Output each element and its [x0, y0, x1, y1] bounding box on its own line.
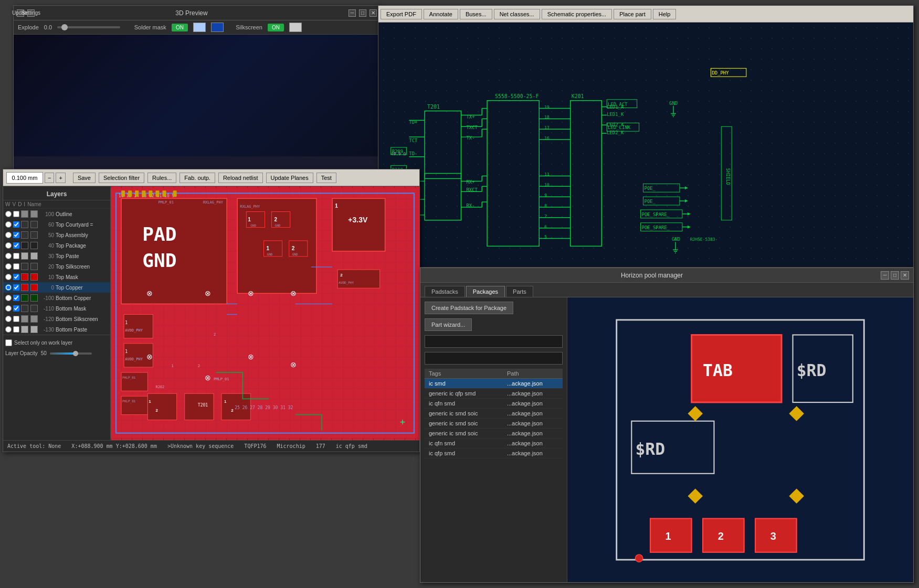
- layer-outline-color2: [30, 210, 38, 218]
- layer-courtyard-radio[interactable]: [5, 221, 12, 228]
- work-layer-check[interactable]: [5, 339, 12, 346]
- rules-button[interactable]: Rules...: [147, 173, 176, 183]
- layer-assembly-radio[interactable]: [5, 232, 12, 238]
- part-wizard-button[interactable]: Part wizard...: [425, 318, 472, 331]
- schematic-properties-button[interactable]: Schematic properties...: [542, 9, 612, 19]
- minimize-3d[interactable]: ─: [348, 9, 356, 17]
- horizon-tabs: Padstacks Packages Parts: [420, 283, 913, 297]
- layer-bot-copper-radio[interactable]: [5, 295, 12, 301]
- layer-top-copper[interactable]: 0 Top Copper: [3, 282, 110, 293]
- minus-button[interactable]: −: [45, 173, 54, 183]
- layer-top-silkscreen[interactable]: 20 Top Silkscreen: [3, 261, 110, 272]
- layer-package-check[interactable]: [13, 242, 19, 249]
- opacity-thumb[interactable]: [73, 351, 78, 356]
- layers-footer: Select only on work layer Layer Opacity …: [3, 335, 110, 360]
- svg-text:GND: GND: [292, 252, 298, 256]
- table-row[interactable]: ic smd ...ackage.json: [425, 379, 563, 389]
- layer-package-radio[interactable]: [5, 242, 12, 249]
- tab-parts[interactable]: Parts: [506, 286, 533, 297]
- save-button[interactable]: Save: [73, 173, 96, 183]
- layer-bot-mask-radio[interactable]: [5, 305, 12, 312]
- pcb-canvas[interactable]: PAD GND 16 15 14 13 12 11 10 9 1 AVDD_PH…: [111, 186, 419, 440]
- layer-bot-silk-color2: [30, 315, 38, 323]
- explode-thumb[interactable]: [61, 24, 68, 30]
- table-row[interactable]: generic ic qfp smd ...ackage.json: [425, 389, 563, 399]
- table-row[interactable]: generic ic smd soic ...ackage.json: [425, 419, 563, 429]
- layer-bot-silk-radio[interactable]: [5, 316, 12, 322]
- layer-copper-check[interactable]: [13, 284, 19, 291]
- layer-bot-mask-check[interactable]: [13, 305, 19, 312]
- layer-paste-radio[interactable]: [5, 253, 12, 259]
- layer-bot-copper-color2: [30, 294, 38, 302]
- test-button[interactable]: Test: [316, 173, 336, 183]
- table-row[interactable]: ic qfp smd ...ackage.json: [425, 448, 563, 458]
- layer-bottom-mask[interactable]: -110 Bottom Mask: [3, 303, 110, 314]
- close-horizon[interactable]: ✕: [901, 271, 909, 280]
- place-part-button[interactable]: Place part: [614, 9, 651, 19]
- reload-netlist-button[interactable]: Reload netlist: [218, 173, 263, 183]
- explode-slider[interactable]: [57, 26, 120, 28]
- layer-bot-mask-color: [21, 305, 28, 312]
- layer-top-courtyard[interactable]: 60 Top Courtyard =: [3, 219, 110, 230]
- help-button[interactable]: Help: [653, 9, 677, 19]
- selection-filter-button[interactable]: Selection filter: [99, 173, 144, 183]
- layer-mask-check[interactable]: [13, 274, 19, 280]
- layer-silkscreen-radio[interactable]: [5, 263, 12, 270]
- solder-mask-color[interactable]: [193, 23, 206, 32]
- layer-copper-radio[interactable]: [5, 284, 12, 291]
- create-padstack-button[interactable]: Create Padstack for Package: [425, 302, 513, 314]
- tab-packages[interactable]: Packages: [466, 286, 505, 297]
- maximize-3d[interactable]: □: [359, 9, 366, 17]
- table-row[interactable]: generic ic smd soic ...ackage.json: [425, 409, 563, 419]
- silkscreen-toggle[interactable]: ON: [268, 24, 284, 31]
- horizon-search-input[interactable]: [425, 335, 563, 348]
- fab-outp-button[interactable]: Fab. outp.: [179, 173, 215, 183]
- measure-input[interactable]: [6, 172, 43, 184]
- export-pdf-button[interactable]: Export PDF: [381, 9, 422, 19]
- maximize-horizon[interactable]: □: [891, 271, 899, 280]
- table-row[interactable]: ic qfn smd ...ackage.json: [425, 439, 563, 448]
- cell-tags: generic ic smd soic: [425, 429, 503, 439]
- layer-bottom-silkscreen[interactable]: -120 Bottom Silkscreen: [3, 314, 110, 324]
- svg-marker-145: [688, 226, 691, 229]
- layer-bottom-copper[interactable]: -100 Bottom Copper: [3, 293, 110, 303]
- tab-padstacks[interactable]: Padstacks: [425, 286, 465, 297]
- schematic-canvas[interactable]: T201 TX+ TXCT TX- TD+ TCT TD- RD+ RCT RD…: [378, 23, 913, 267]
- plus-button[interactable]: +: [56, 173, 65, 183]
- svg-text:R202: R202: [155, 384, 164, 389]
- layer-bot-paste-radio[interactable]: [5, 326, 12, 333]
- settings-button[interactable]: Settings: [27, 9, 35, 17]
- layer-bottom-paste[interactable]: -130 Bottom Paste: [3, 324, 110, 335]
- table-row[interactable]: ic qfn smd ...ackage.json: [425, 399, 563, 409]
- layer-courtyard-check[interactable]: [13, 221, 19, 228]
- annotate-button[interactable]: Annotate: [424, 9, 458, 19]
- layer-assembly-check[interactable]: [13, 232, 19, 238]
- layer-outline-check[interactable]: [13, 211, 19, 217]
- layer-paste-check[interactable]: [13, 253, 19, 259]
- layer-mask-radio[interactable]: [5, 274, 12, 280]
- layer-top-assembly[interactable]: 50 Top Assembly: [3, 230, 110, 240]
- net-classes-button[interactable]: Net classes...: [494, 9, 540, 19]
- buses-button[interactable]: Buses...: [460, 9, 492, 19]
- layer-assembly-color: [21, 231, 28, 239]
- layer-outline[interactable]: 100 Outline: [3, 209, 110, 219]
- update-planes-button[interactable]: Update Planes: [266, 173, 313, 183]
- layer-top-mask[interactable]: 10 Top Mask: [3, 272, 110, 282]
- silkscreen-color[interactable]: [289, 23, 302, 32]
- opacity-slider[interactable]: [50, 352, 92, 355]
- close-3d[interactable]: ✕: [369, 9, 377, 17]
- solder-mask-color2[interactable]: [211, 23, 224, 32]
- layer-bot-paste-check[interactable]: [13, 326, 19, 333]
- solder-mask-toggle[interactable]: ON: [172, 24, 188, 31]
- layer-bot-copper-check[interactable]: [13, 295, 19, 301]
- layer-bot-silk-check[interactable]: [13, 316, 19, 322]
- minimize-horizon[interactable]: ─: [881, 271, 889, 280]
- layer-top-package[interactable]: 40 Top Package: [3, 240, 110, 251]
- layer-silkscreen-check[interactable]: [13, 263, 19, 270]
- table-row[interactable]: generic ic smd soic ...ackage.json: [425, 429, 563, 439]
- horizon-search-input2[interactable]: [425, 352, 563, 365]
- layer-outline-radio[interactable]: [5, 211, 12, 217]
- layers-title: Layers: [3, 188, 110, 200]
- layer-outline-num: 100: [39, 211, 54, 217]
- layer-top-paste[interactable]: 30 Top Paste: [3, 251, 110, 261]
